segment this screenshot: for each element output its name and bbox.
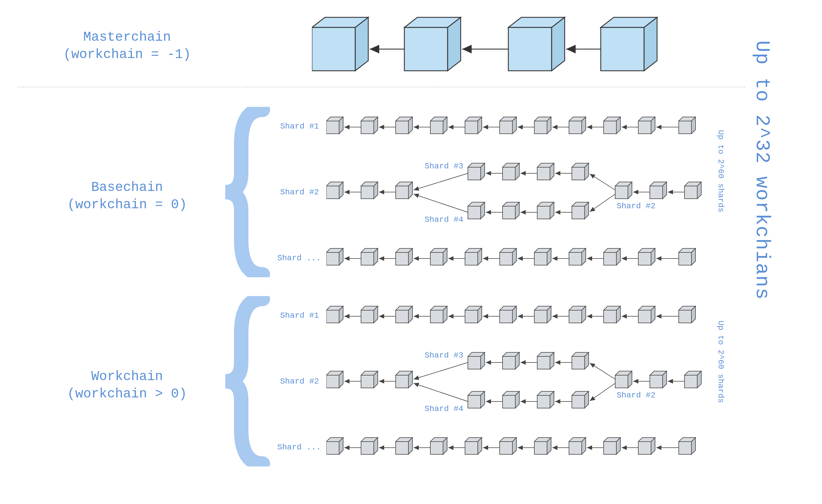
basechain-title-line2: (workchain = 0) (40, 196, 214, 214)
workchain-shard-dots-chain (326, 436, 705, 459)
basechain-brace-icon (223, 107, 272, 277)
workchain-shard-dots-label: Shard ... (277, 443, 321, 452)
svg-line-30 (590, 194, 615, 212)
workchain-shard1-label: Shard #1 (280, 311, 319, 320)
masterchain-cubes (312, 12, 688, 81)
svg-line-21 (414, 173, 468, 190)
right-workchains-note: Up to 2^32 workchians (751, 40, 773, 300)
masterchain-title-line1: Masterchain (40, 29, 214, 46)
basechain-shard-dots-chain (326, 247, 705, 270)
masterchain-title-line2: (workchain = -1) (40, 46, 214, 63)
basechain-shard1-label: Shard #1 (280, 122, 319, 131)
basechain-title-line1: Basechain (40, 179, 214, 196)
svg-line-56 (414, 383, 468, 402)
workchain-shard1-chain (326, 305, 705, 328)
workchain-title-line1: Workchain (40, 368, 214, 386)
basechain-shard2-label: Shard #2 (280, 188, 319, 197)
svg-line-64 (590, 383, 615, 401)
basechain-shard1-chain (326, 115, 705, 139)
workchain-title-line2: (workchain > 0) (40, 386, 214, 403)
workchain-shards-note: Up to 2^60 shards (716, 321, 725, 403)
separator-line (17, 87, 745, 87)
svg-line-63 (590, 363, 615, 379)
basechain-shard-dots-label: Shard ... (277, 254, 321, 263)
basechain-title: Basechain (workchain = 0) (40, 179, 214, 214)
workchain-title: Workchain (workchain > 0) (40, 368, 214, 403)
svg-line-22 (414, 194, 468, 212)
masterchain-title: Masterchain (workchain = -1) (40, 29, 214, 63)
workchain-brace-icon (223, 296, 272, 466)
workchain-shard2-label: Shard #2 (280, 377, 319, 386)
basechain-shards-note: Up to 2^60 shards (716, 130, 725, 212)
workchain-shard2-chain (326, 345, 705, 415)
svg-line-55 (414, 363, 468, 379)
basechain-shard2-chain (326, 156, 705, 225)
svg-line-29 (590, 174, 615, 190)
